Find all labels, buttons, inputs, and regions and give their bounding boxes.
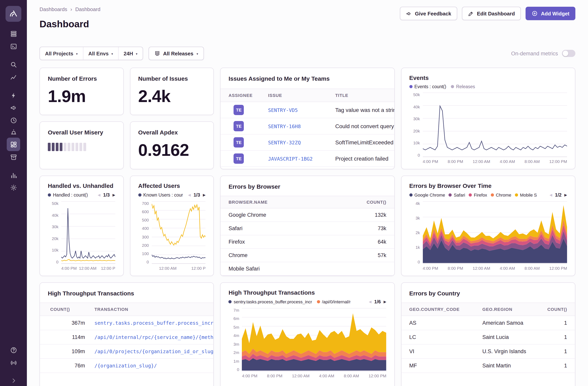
table-row[interactable]: Chrome57k (221, 249, 394, 262)
legend-item[interactable]: Chrome (491, 193, 511, 197)
legend-item[interactable]: Google Chrome (409, 193, 445, 197)
events-chart-plot[interactable] (423, 92, 567, 157)
sidebar-collapse-icon[interactable] (7, 374, 20, 386)
widget-high-throughput-transactions-table[interactable]: High Throughput Transactions COUNT() TRA… (40, 282, 214, 386)
give-feedback-button[interactable]: Give Feedback (400, 7, 457, 20)
issue-link[interactable]: SENTRY-32ZQ (268, 139, 335, 145)
table-row[interactable]: 109m/api/0/projects/{organization_id_or_… (40, 344, 214, 359)
nav-performance-icon[interactable] (7, 89, 20, 102)
filter-releases[interactable]: All Releases ▾ (148, 47, 204, 60)
axis-label: 8:00 AM (344, 373, 359, 379)
table-row[interactable]: MFSaint Martin1 (401, 359, 575, 373)
widget-errors-by-browser[interactable]: Errors by Browser BROWSER.NAME COUNT() G… (220, 176, 395, 276)
widget-errors-by-country[interactable]: Errors by Country GEO.COUNTRY_CODE GEO.R… (401, 282, 575, 386)
issue-link[interactable]: JAVASCRIPT-1BG2 (268, 156, 335, 161)
table-row[interactable]: Firefox64k (221, 235, 394, 249)
chart-legend: Known Users : cour ◀ 1/3 ▶ (138, 192, 206, 198)
filter-date-range[interactable]: 24H ▾ (118, 47, 143, 60)
transaction-link[interactable]: /api/0/projects/{organization_id_or_slug… (87, 348, 214, 354)
nav-feedback-icon[interactable] (7, 101, 20, 114)
add-widget-button[interactable]: Add Widget (525, 7, 575, 20)
edit-dashboard-button[interactable]: Edit Dashboard (462, 7, 521, 20)
table-row[interactable]: 367msentry.tasks.process_buffer.process_… (40, 316, 214, 330)
table-row[interactable]: TE JAVASCRIPT-1BG2 Project creation fail… (221, 151, 394, 167)
pager-prev-icon[interactable]: ◀ (549, 193, 552, 197)
table-row[interactable]: 114m/api/0/internal/rpc/{service_name}/{… (40, 330, 214, 344)
widget-user-misery[interactable]: Overall User Misery (40, 121, 124, 169)
nav-releases-icon[interactable] (7, 150, 20, 164)
table-row[interactable]: 76m/{organization_slug}/ (40, 359, 214, 373)
table-row[interactable]: Google Chrome132k (221, 208, 394, 222)
x-axis: 4:00 PM8:00 PM12:00 AM4:00 AM8:00 AM12:0… (423, 157, 567, 165)
table-row[interactable]: LCSaint Lucia1 (401, 330, 575, 344)
avatar: TE (234, 154, 244, 164)
misery-segment (83, 143, 86, 151)
widget-affected-users[interactable]: Affected Users Known Users : cour ◀ 1/3 … (130, 176, 214, 276)
issue-link[interactable]: SENTRY-VD5 (268, 107, 335, 113)
legend-item[interactable]: Releases (451, 84, 475, 89)
table-row[interactable]: VIU.S. Virgin Islands1 (401, 344, 575, 359)
table-row[interactable]: Safari73k (221, 222, 394, 235)
widget-errors-by-browser-over-time[interactable]: Errors by Browser Over Time Google Chrom… (401, 176, 575, 276)
on-demand-metrics-toggle[interactable] (562, 50, 575, 57)
nav-issues-icon[interactable] (7, 27, 20, 40)
legend-label: Google Chrome (414, 193, 445, 197)
pager-next-icon[interactable]: ▶ (564, 193, 567, 197)
widget-apdex[interactable]: Overall Apdex 0.9162 (130, 121, 214, 169)
widget-high-throughput-transactions-chart[interactable]: High Throughput Transactions sentry.task… (220, 282, 395, 386)
table-row[interactable]: TE SENTRY-VD5 Tag value was not a strin (221, 102, 394, 118)
legend-item[interactable]: Safari (449, 193, 465, 197)
table-row[interactable]: TE SENTRY-32ZQ SoftTimeLimitExceeded (221, 135, 394, 151)
filter-environments[interactable]: All Envs ▾ (83, 47, 118, 60)
transaction-link[interactable]: /api/0/internal/rpc/{service_name}/{meth… (87, 334, 214, 340)
pager-next-icon[interactable]: ▶ (203, 193, 206, 197)
nav-metrics-icon[interactable] (7, 70, 20, 84)
whats-new-broadcast-icon[interactable] (7, 356, 20, 369)
legend-item[interactable]: /api/0/internal/r (317, 299, 351, 304)
nav-alerts-icon[interactable] (7, 125, 20, 139)
pager-prev-icon[interactable]: ◀ (369, 300, 371, 304)
errors-by-browser-chart-plot[interactable] (423, 201, 567, 264)
nav-dashboards-icon[interactable] (7, 138, 20, 151)
pager-prev-icon[interactable]: ◀ (98, 193, 100, 197)
legend-item[interactable]: Firefox (469, 193, 487, 197)
legend-item[interactable]: Mobile S (515, 193, 537, 197)
sentry-logo[interactable] (5, 6, 21, 22)
pager-prev-icon[interactable]: ◀ (188, 193, 191, 197)
handled-chart-plot[interactable] (61, 201, 115, 264)
table-row[interactable]: TE SENTRY-16H8 Could not convert query (221, 118, 394, 135)
transaction-link[interactable]: sentry.tasks.process_buffer.process_incr (87, 320, 214, 326)
breadcrumb-dashboards-link[interactable]: Dashboards (40, 6, 67, 12)
nav-stats-icon[interactable] (7, 168, 20, 182)
widget-handled-vs-unhandled[interactable]: Handled vs. Unhandled Handled : count() … (40, 176, 124, 276)
pager-next-icon[interactable]: ▶ (112, 193, 115, 197)
axis-label: 8:00 PM (448, 159, 463, 165)
pager-value: 1/3 (103, 192, 110, 198)
big-number: 0.9162 (138, 140, 206, 160)
legend-item[interactable]: Events : count() (409, 84, 446, 89)
axis-label: 12:00 AM (159, 266, 177, 272)
issue-link[interactable]: SENTRY-16H8 (268, 123, 335, 129)
avatar: TE (234, 137, 244, 148)
pager-next-icon[interactable]: ▶ (383, 300, 386, 304)
high-throughput-chart-plot[interactable] (242, 308, 386, 371)
nav-replays-icon[interactable] (7, 114, 20, 127)
table-row[interactable]: Mobile Safari (221, 262, 394, 276)
widget-number-of-errors[interactable]: Number of Errors 1.9m (40, 68, 124, 115)
help-icon[interactable] (7, 343, 20, 357)
nav-explore-search-icon[interactable] (7, 58, 20, 71)
filter-projects[interactable]: All Projects ▾ (40, 47, 83, 60)
affected-users-chart-plot[interactable] (151, 201, 206, 264)
widget-title: Errors by Country (409, 290, 567, 297)
widget-events[interactable]: Events Events : count() Releases 50k40k3… (401, 68, 575, 169)
legend-item[interactable]: sentry.tasks.process_buffer.process_incr (229, 299, 312, 304)
table-row[interactable]: ASAmerican Samoa1 (401, 316, 575, 330)
legend-item[interactable]: Known Users : cour (138, 193, 183, 197)
nav-projects-icon[interactable] (7, 40, 20, 53)
filter-period-label: 24H (124, 50, 133, 56)
widget-issues-assigned[interactable]: Issues Assigned to Me or My Teams ASSIGN… (220, 68, 395, 169)
widget-number-of-issues[interactable]: Number of Issues 2.4k (130, 68, 214, 115)
nav-settings-gear-icon[interactable] (7, 181, 20, 194)
legend-item[interactable]: Handled : count() (48, 193, 88, 197)
transaction-link[interactable]: /{organization_slug}/ (87, 363, 214, 369)
